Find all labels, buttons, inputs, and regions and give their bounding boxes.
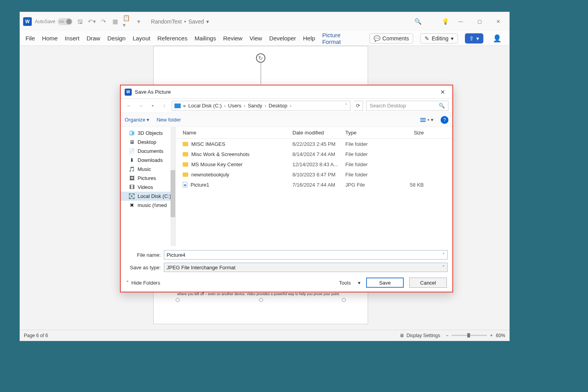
hide-folders-button[interactable]: ˄ Hide Folders (126, 280, 160, 286)
tab-view[interactable]: View (249, 35, 262, 42)
zoom-control[interactable]: − + 60% (446, 333, 505, 338)
tab-developer[interactable]: Developer (269, 35, 296, 42)
tab-layout[interactable]: Layout (132, 35, 150, 42)
close-button[interactable]: ✕ (490, 16, 506, 27)
breadcrumb-dropdown-icon[interactable]: ˅ (345, 103, 348, 109)
nav-up-button[interactable]: ↑ (160, 102, 169, 110)
cancel-button[interactable]: Cancel (409, 278, 447, 288)
chevron-down-icon[interactable]: ˅ (442, 265, 445, 270)
document-title[interactable]: RandomText• Saved ▾ (151, 18, 209, 25)
tree-item[interactable]: 💽Local Disk (C:) (121, 192, 175, 201)
zoom-out-icon[interactable]: − (446, 333, 448, 338)
chevron-down-icon[interactable]: ˅ (442, 252, 445, 258)
tab-file[interactable]: File (25, 35, 35, 42)
undo-icon[interactable]: ↶▾ (87, 17, 96, 26)
zoom-in-icon[interactable]: + (490, 333, 493, 338)
autosave-label: AutoSave (35, 19, 55, 24)
paste-icon[interactable]: 📋▾ (123, 17, 131, 26)
nav-back-button[interactable]: ← (125, 102, 133, 110)
display-settings-button[interactable]: 🖥 Display Settings (399, 333, 440, 338)
tab-help[interactable]: Help (303, 35, 315, 42)
share-button[interactable]: ⇪▾ (465, 33, 483, 44)
tab-review[interactable]: Review (223, 35, 242, 42)
selection-handle[interactable] (342, 298, 346, 302)
file-date: 7/16/2024 7:44 AM (292, 182, 345, 188)
tab-references[interactable]: References (157, 35, 187, 42)
file-row[interactable]: Picture17/16/2024 7:44 AMJPG File58 KB (176, 180, 452, 190)
lightbulb-icon[interactable]: 💡 (441, 17, 450, 26)
filename-input[interactable]: Picture4 ˅ (164, 250, 448, 260)
nav-forward-button[interactable]: → (136, 102, 145, 110)
redo-icon[interactable]: ↷ (99, 17, 108, 26)
tab-insert[interactable]: Insert (65, 35, 80, 42)
zoom-slider[interactable] (452, 335, 487, 336)
breadcrumb-seg[interactable]: Local Disk (C:) (188, 103, 221, 109)
file-row[interactable]: newnotebookjuly8/10/2023 6:47 PMFile fol… (176, 169, 452, 180)
col-name[interactable]: Name (183, 130, 292, 136)
resize-grip-icon[interactable]: ⋰⋰ (445, 286, 451, 290)
search-icon: 🔍 (439, 103, 445, 109)
tree-item[interactable]: 📄Documents (121, 147, 175, 156)
save-icon[interactable]: 🖫 (76, 17, 84, 26)
tree-item[interactable]: 🎵Music (121, 165, 175, 174)
account-icon[interactable]: 👤 (490, 34, 504, 43)
tree-item[interactable]: 🖼Pictures (121, 174, 175, 183)
saveastype-label: Save as type: (130, 265, 161, 270)
tab-mailings[interactable]: Mailings (194, 35, 216, 42)
folder-tree[interactable]: 🧊3D Objects🖥Desktop📄Documents⬇Downloads🎵… (121, 127, 176, 246)
minimize-button[interactable]: — (453, 16, 468, 27)
file-name: Misc Work & Screenshots (191, 151, 250, 157)
file-row[interactable]: Misc Work & Screenshots8/14/2024 7:44 AM… (176, 149, 452, 159)
dialog-title: Save As Picture (135, 89, 171, 95)
tree-item[interactable]: 🧊3D Objects (121, 129, 175, 138)
column-headers[interactable]: Name Date modified Type Size (176, 127, 452, 139)
breadcrumb-seg[interactable]: Sandy (248, 103, 262, 109)
file-row[interactable]: MS Mouse Key Center12/14/2023 8:43 A...F… (176, 159, 452, 169)
maximize-button[interactable]: ▢ (472, 16, 487, 27)
tree-item[interactable]: 🖥Desktop (121, 138, 175, 147)
breadcrumb[interactable]: « Local Disk (C:)› Users› Sandy› Desktop… (172, 101, 350, 111)
search-input[interactable]: Search Desktop 🔍 (366, 101, 448, 111)
scrollbar-thumb[interactable] (171, 170, 175, 217)
page-indicator[interactable]: Page 6 of 6 (24, 333, 48, 338)
rotate-handle-icon[interactable] (256, 53, 265, 63)
file-name: MS Mouse Key Center (191, 162, 243, 167)
refresh-button[interactable]: ⟳ (354, 101, 363, 111)
dialog-close-button[interactable]: ✕ (437, 89, 448, 96)
comments-button[interactable]: 💬 Comments (369, 33, 414, 44)
search-icon[interactable]: 🔍 (414, 17, 422, 26)
help-button[interactable]: ? (441, 116, 448, 124)
nav-recent-button[interactable]: ▾ (148, 102, 157, 110)
tab-picture-format[interactable]: Picture Format (322, 32, 355, 45)
qat-overflow-icon[interactable]: ▾ (134, 17, 143, 26)
tree-item[interactable]: ⬇Downloads (121, 156, 175, 165)
table-icon[interactable]: ▦ (111, 17, 120, 26)
selection-handle[interactable] (176, 298, 180, 302)
status-bar: Page 6 of 6 🖥 Display Settings − + 60% (20, 330, 509, 341)
file-type: File folder (345, 162, 396, 167)
tools-menu[interactable]: Tools▾ (339, 280, 361, 286)
editing-mode-button[interactable]: ✎ Editing ▾ (420, 33, 458, 44)
breadcrumb-seg[interactable]: Desktop (269, 103, 287, 109)
organize-button[interactable]: Organize ▾ (125, 117, 149, 123)
col-date[interactable]: Date modified (292, 130, 345, 136)
zoom-level[interactable]: 60% (496, 333, 505, 338)
tree-item[interactable]: 🎞Videos (121, 183, 175, 192)
view-options-button[interactable]: ▪▾ (420, 117, 434, 123)
col-size[interactable]: Size (396, 130, 424, 136)
autosave-toggle[interactable]: On (58, 18, 73, 25)
dialog-titlebar[interactable]: W Save As Picture ✕ (121, 85, 452, 99)
file-name: MISC IMAGES (191, 141, 225, 147)
saveastype-select[interactable]: JPEG File Interchange Format ˅ (164, 263, 448, 272)
tab-draw[interactable]: Draw (87, 35, 100, 42)
file-row[interactable]: MISC IMAGES6/22/2023 2:45 PMFile folder (176, 139, 452, 149)
tab-design[interactable]: Design (107, 35, 126, 42)
selection-handle[interactable] (259, 298, 263, 302)
new-folder-button[interactable]: New folder (156, 117, 181, 123)
breadcrumb-seg[interactable]: Users (228, 103, 241, 109)
col-type[interactable]: Type (345, 130, 396, 136)
save-button[interactable]: Save (366, 278, 404, 288)
tab-home[interactable]: Home (42, 35, 58, 42)
autosave[interactable]: AutoSave On (35, 18, 73, 25)
tree-item[interactable]: ✖music (\\med (121, 201, 175, 210)
